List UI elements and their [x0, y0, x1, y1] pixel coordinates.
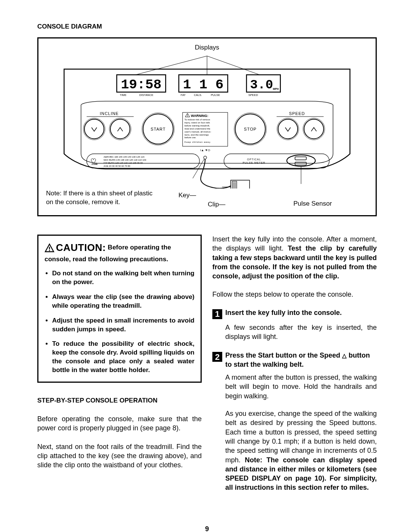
lcd-label-fat: FAT: [181, 93, 186, 97]
svg-rect-33: [295, 157, 306, 160]
warning-line-7: Keep children away.: [185, 141, 212, 143]
lcd-speed-value: 3.0: [250, 78, 273, 92]
triangle-up-icon: △: [342, 352, 347, 359]
lcd-label-pulse: PULSE: [211, 93, 220, 97]
console-diagram: Displays 19:58 TIME DISTANCE 1 1 6 FAT C…: [37, 37, 377, 216]
callout-clip: Clip—: [208, 201, 225, 208]
svg-text:START: START: [151, 127, 166, 131]
selector-text: I▲ ▼O: [200, 149, 210, 152]
svg-point-11: [109, 118, 131, 140]
warning-line-0: To reduce risk of serious: [185, 118, 210, 121]
zone-label: ZONE: [92, 163, 98, 165]
step-title: Insert the key fully into the console.: [225, 308, 342, 317]
page-number: 9: [37, 525, 377, 532]
lcd-time-value: 19:58: [121, 77, 162, 93]
caution-list: Do not stand on the walking belt when tu…: [45, 269, 194, 375]
lcd-fat-value: 1 1 6: [183, 77, 224, 93]
caution-bullet: Do not stand on the walking belt when tu…: [52, 269, 194, 287]
callout-displays: Displays: [45, 44, 369, 51]
svg-text:STOP: STOP: [244, 127, 256, 131]
caution-bullet: To reduce the possibility of electric sh…: [52, 340, 194, 375]
warning-line-3: read and understand the: [185, 127, 210, 130]
step-title: Press the Start button or the Speed △ bu…: [225, 351, 377, 369]
speed-down-button: [277, 118, 299, 140]
svg-point-39: [49, 250, 50, 251]
zone-row-0: AEROBIC 165 155 145 140 130 125 115: [104, 156, 145, 158]
warning-icon: [45, 243, 54, 252]
lcd-label-time: TIME: [120, 93, 127, 97]
operation-para: Before operating the console, make sure …: [37, 414, 202, 433]
console-svg: 19:58 TIME DISTANCE 1 1 6 FAT CALS. PULS…: [45, 51, 369, 189]
page-title: CONSOLE DIAGRAM: [37, 23, 377, 30]
svg-point-23: [304, 119, 323, 139]
step-body-para: As you exercise, change the speed of the…: [225, 409, 377, 492]
step-body-para: A moment after the button is pressed, th…: [225, 373, 377, 401]
optical-l2: PULSE METER: [243, 161, 266, 164]
intro-para: Follow the steps below to operate the co…: [212, 290, 377, 299]
callout-pulse-sensor: Pulse Sensor: [293, 200, 332, 208]
svg-point-21: [278, 119, 298, 139]
right-column: Insert the key fully into the console. A…: [212, 235, 377, 502]
lcd-label-distance: DISTANCE: [139, 93, 153, 97]
diagram-note: Note: If there is a thin sheet of plasti…: [46, 189, 156, 207]
stop-button: STOP: [234, 113, 266, 145]
svg-point-24: [303, 118, 325, 140]
caution-bullet: Adjust the speed in small increments to …: [52, 316, 194, 334]
left-column: CAUTION: Before operating the console, r…: [37, 235, 202, 502]
warning-line-6: before use.: [185, 136, 196, 139]
operation-para: Next, stand on the foot rails of the tre…: [37, 442, 202, 470]
speed-label: SPEED: [289, 111, 305, 116]
clip-icon: [231, 180, 249, 189]
svg-point-10: [110, 119, 130, 139]
callout-key: Key—: [178, 192, 196, 199]
warning-line-4: user's manual, all instruc-: [185, 130, 211, 133]
svg-rect-31: [224, 154, 329, 168]
svg-rect-34: [295, 162, 306, 165]
warning-icon: [185, 113, 190, 117]
operation-subhead: STEP-BY-STEP CONSOLE OPERATION: [37, 396, 202, 405]
step-1: 1 Insert the key fully into the console.…: [212, 308, 377, 342]
start-button: START: [142, 113, 174, 145]
step-number: 2: [212, 352, 222, 362]
svg-point-17: [187, 116, 188, 117]
step-body-para: A few seconds after the key is inserted,…: [225, 323, 377, 342]
speed-up-button: [303, 118, 325, 140]
incline-down-button: [83, 118, 105, 140]
warning-line-2: before starting treadmill,: [185, 124, 210, 127]
zone-row-3: AGE 20 30 40 50 60 70 80: [104, 165, 131, 167]
svg-point-9: [83, 118, 105, 140]
step-2: 2 Press the Start button or the Speed △ …: [212, 351, 377, 492]
caution-word: CAUTION:: [56, 242, 106, 253]
caution-bullet: Always wear the clip (see the drawing ab…: [52, 293, 194, 310]
key-hole-icon: [204, 156, 207, 159]
lcd-label-cals: CALS.: [194, 93, 202, 97]
warning-line-5: tions, and the warnings: [185, 133, 209, 136]
svg-point-8: [84, 119, 104, 139]
lcd-label-speed: SPEED: [249, 93, 258, 97]
step-number: 1: [212, 309, 222, 319]
zone-row-2: FAT BURN 125 120 115 110 105 95 90: [104, 162, 143, 164]
caution-box: CAUTION: Before operating the console, r…: [37, 235, 202, 383]
svg-line-0: [135, 56, 207, 75]
svg-point-22: [277, 118, 299, 140]
zone-row-1: MAX BURN 145 138 130 125 118 110 103: [104, 159, 147, 161]
warning-line-1: injury, stand on foot rails: [185, 121, 210, 124]
warning-title: WARNING:: [191, 114, 209, 118]
incline-label: INCLINE: [100, 111, 119, 116]
pulse-sensor-icon: [287, 155, 315, 166]
svg-line-2: [207, 56, 260, 75]
intro-para: Insert the key fully into the console. A…: [212, 235, 377, 281]
lcd-speed-unit: MPH: [273, 88, 279, 90]
optical-l1: OPTICAL: [247, 158, 261, 161]
incline-up-button: [109, 118, 131, 140]
